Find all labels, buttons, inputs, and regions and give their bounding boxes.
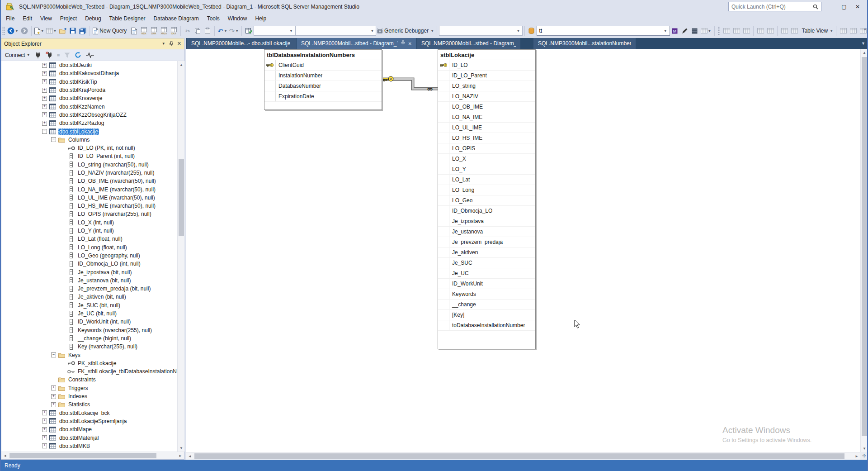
tree-item[interactable]: Keywords (nvarchar(255), null): [1, 326, 177, 334]
connect-button[interactable]: Connect▼: [5, 52, 30, 58]
tree-item[interactable]: ID_Obmocja_LO (int, null): [1, 260, 177, 268]
view-page-breaks-button[interactable]: [848, 25, 858, 36]
menu-item-view[interactable]: View: [36, 14, 56, 23]
tree-item[interactable]: LO_OB_IME (nvarchar(50), null): [1, 177, 177, 185]
autosize-tables-button[interactable]: [779, 25, 789, 36]
diagram-column-row[interactable]: __change: [438, 300, 535, 310]
diagram-table-title[interactable]: tblDatabaseInstalationNumbers: [264, 50, 382, 60]
tree-item[interactable]: +dbo.stblMKB: [1, 442, 177, 450]
tree-item[interactable]: +dbo.stblKakovostDihanja: [1, 69, 177, 77]
stop-icon[interactable]: ■: [57, 52, 60, 57]
diagram-column-row[interactable]: Je_aktiven: [438, 247, 535, 258]
diagram-column-row[interactable]: InstalationNumber: [264, 71, 382, 81]
scroll-left-icon[interactable]: ◄: [186, 452, 193, 460]
collapse-minus-icon[interactable]: −: [51, 137, 56, 142]
new-dax-query-button[interactable]: DAX: [169, 25, 179, 36]
new-xmla-query-button[interactable]: XMLA: [159, 25, 169, 36]
tree-item[interactable]: Je_ustanova (bit, null): [1, 276, 177, 285]
scroll-down-icon[interactable]: ▼: [178, 444, 185, 452]
menu-item-edit[interactable]: Edit: [19, 14, 36, 23]
toolbar-filter-input[interactable]: ▼: [537, 26, 670, 36]
menu-item-help[interactable]: Help: [251, 14, 270, 23]
cut-button[interactable]: ✂: [183, 25, 193, 36]
diagram-column-row[interactable]: LO_Y: [438, 164, 535, 175]
diagram-column-row[interactable]: LO_OB_IME: [438, 102, 535, 112]
tree-item[interactable]: __change (bigint, null): [1, 334, 177, 343]
new-mdx-query-button[interactable]: MDX: [139, 25, 149, 36]
new-project-button[interactable]: ▼: [33, 25, 45, 36]
tree-item[interactable]: Je_UC (bit, null): [1, 309, 177, 318]
object-explorer-horizontal-scrollbar[interactable]: ◄ ►: [1, 452, 184, 459]
diagram-column-row[interactable]: LO_NA_IME: [438, 112, 535, 123]
diagram-column-row[interactable]: LO_X: [438, 154, 535, 164]
tree-item[interactable]: +dbo.stblKzzObsegKritjaOZZ: [1, 111, 177, 119]
tree-item[interactable]: +dbo.stblMaterijal: [1, 433, 177, 442]
object-explorer-vertical-scrollbar[interactable]: ▲ ▼: [177, 61, 184, 452]
document-tab-4[interactable]: SQL.NMP3000Mobil...stalationNumbers: [533, 38, 636, 49]
menu-item-project[interactable]: Project: [56, 14, 81, 23]
expand-plus-icon[interactable]: +: [42, 427, 47, 432]
menu-item-tools[interactable]: Tools: [203, 14, 224, 23]
tree-item[interactable]: +dbo.stblLokacije_bck: [1, 409, 177, 417]
diagram-column-row[interactable]: ClientGuid: [264, 60, 382, 71]
tree-item[interactable]: Je_SUC (bit, null): [1, 301, 177, 309]
diagram-column-row[interactable]: LO_OPIS: [438, 143, 535, 154]
document-tab-1[interactable]: SQL.NMP3000Mobile...- dbo.stblLokacije: [187, 38, 296, 49]
scrollbar-thumb[interactable]: [862, 57, 867, 436]
tree-item[interactable]: ID_WorkUnit (int, null): [1, 318, 177, 326]
navigate-back-button[interactable]: ▼: [6, 25, 19, 36]
toolbar-combo-2[interactable]: ▼: [295, 26, 376, 36]
diagram-column-row[interactable]: ExpirationDate: [264, 91, 382, 102]
redo-button[interactable]: ↷▼: [228, 25, 240, 36]
tree-item[interactable]: LO_UL_IME (nvarchar(50), null): [1, 194, 177, 202]
expand-plus-icon[interactable]: +: [51, 394, 56, 399]
diagram-column-row[interactable]: [Key]: [438, 310, 535, 320]
add-item-button[interactable]: ▼: [45, 25, 58, 36]
tree-item[interactable]: LO_Lat (float, null): [1, 235, 177, 243]
expand-plus-icon[interactable]: +: [42, 435, 47, 440]
close-button[interactable]: ✕: [851, 0, 864, 14]
menu-item-table-designer[interactable]: Table Designer: [105, 14, 150, 23]
expand-plus-icon[interactable]: +: [42, 88, 47, 93]
save-button[interactable]: [68, 25, 78, 36]
scroll-right-icon[interactable]: ►: [853, 452, 860, 460]
diagram-table-tblDatabaseInstalationNumbers[interactable]: tblDatabaseInstalationNumbersClientGuidI…: [264, 49, 382, 110]
tree-item[interactable]: LO_OPIS (nvarchar(255), null): [1, 210, 177, 218]
tree-item[interactable]: ID_LO_Parent (int, null): [1, 152, 177, 160]
tree-item[interactable]: Constraints: [1, 376, 177, 384]
expand-plus-icon[interactable]: +: [42, 112, 47, 117]
expand-plus-icon[interactable]: +: [42, 419, 47, 423]
diagram-column-row[interactable]: ID_LO_Parent: [438, 71, 535, 81]
tree-item[interactable]: +Statistics: [1, 400, 177, 409]
filter-text-input[interactable]: [539, 28, 663, 34]
show-relationship-labels-button[interactable]: [838, 25, 848, 36]
new-database-engine-query-button[interactable]: [129, 25, 139, 36]
diagram-column-row[interactable]: LO_UL_IME: [438, 123, 535, 133]
tree-item[interactable]: LO_X (int, null): [1, 219, 177, 227]
menu-item-file[interactable]: File: [2, 14, 19, 23]
tree-item[interactable]: LO_HS_IME (nvarchar(50), null): [1, 202, 177, 210]
diagram-column-row[interactable]: Je_izpostava: [438, 216, 535, 227]
tree-item[interactable]: +dbo.stblKisikTip: [1, 78, 177, 86]
expand-plus-icon[interactable]: +: [42, 96, 47, 101]
tree-item[interactable]: +dbo.stblJeziki: [1, 61, 177, 69]
arrange-selection-button[interactable]: [789, 25, 799, 36]
scrollbar-thumb[interactable]: [9, 453, 156, 458]
open-file-button[interactable]: [58, 25, 68, 36]
tree-item[interactable]: LO_Long (float, null): [1, 243, 177, 252]
tree-item[interactable]: +Triggers: [1, 384, 177, 392]
connect-plug-icon[interactable]: [35, 52, 41, 58]
diagram-canvas[interactable]: ∞ Activate Windows Go to Settings to act…: [186, 49, 860, 452]
tree-item[interactable]: LO_Geo (geography, null): [1, 252, 177, 260]
new-text-annotation-button[interactable]: [731, 25, 741, 36]
expand-plus-icon[interactable]: +: [42, 443, 47, 448]
set-primary-key-button[interactable]: [741, 25, 751, 36]
pin-icon[interactable]: [169, 41, 174, 47]
new-dmx-query-button[interactable]: DMX: [149, 25, 159, 36]
diagram-column-row[interactable]: Je_UC: [438, 268, 535, 279]
ssis-package-icon[interactable]: [527, 25, 537, 36]
diagram-column-row[interactable]: toDatabaseInstallationNumber: [438, 320, 535, 331]
tree-item[interactable]: +dbo.stblMape: [1, 425, 177, 433]
tree-item[interactable]: Je_prevzem_predaja (bit, null): [1, 285, 177, 293]
tab-close-icon[interactable]: ✕: [408, 41, 412, 46]
